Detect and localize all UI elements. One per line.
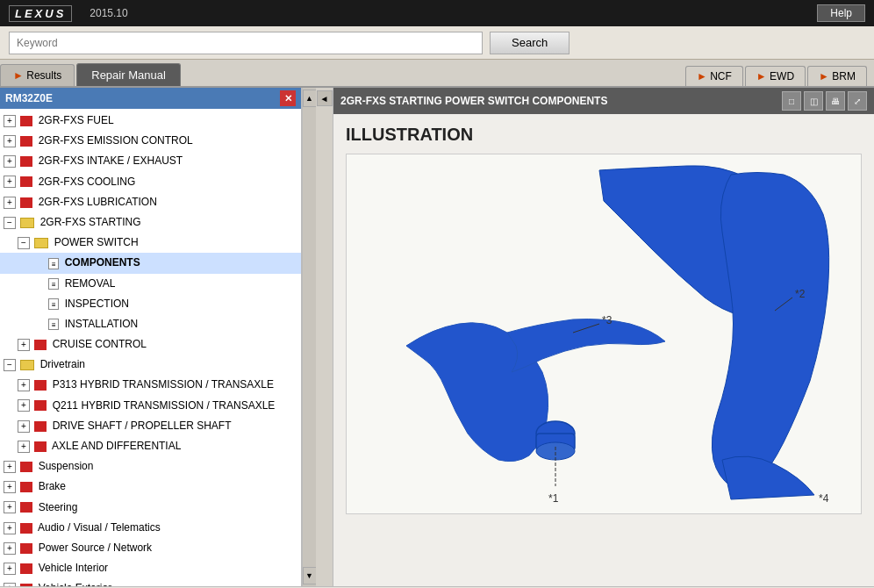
tree-item-p313[interactable]: + P313 HYBRID TRANSMISSION / TRANSAXLE: [0, 375, 301, 395]
version-label: 2015.10: [90, 7, 127, 19]
tree-item-brake[interactable]: + Brake: [0, 477, 301, 497]
toolbar-icon-1[interactable]: □: [782, 91, 801, 111]
content-panel: 2GR-FXS STARTING POWER SWITCH COMPONENTS…: [333, 88, 874, 586]
toolbar-icon-print[interactable]: 🖶: [826, 91, 845, 111]
tree-area: + 2GR-FXS FUEL + 2GR-FXS EMISSION CONTRO…: [0, 109, 301, 586]
tab-brm[interactable]: ► BRM: [807, 66, 867, 86]
tab-ncf[interactable]: ► NCF: [685, 66, 743, 86]
tree-item-installation[interactable]: ≡ INSTALLATION: [0, 314, 301, 334]
left-scroll-down-button[interactable]: ▼: [303, 567, 317, 584]
tree-item-power-switch[interactable]: − POWER SWITCH: [0, 233, 301, 253]
tree-item-starting[interactable]: − 2GR-FXS STARTING: [0, 212, 301, 233]
right-nav-arrow: ◄: [316, 88, 333, 586]
svg-text:*2: *2: [795, 288, 806, 300]
top-bar: LEXUS 2015.10 Help: [0, 0, 874, 26]
tree-item-vehicle-exterior[interactable]: + Vehicle Exterior: [0, 578, 301, 586]
tree-item-cruise[interactable]: + CRUISE CONTROL: [0, 334, 301, 355]
tree-item-lubrication[interactable]: + 2GR-FXS LUBRICATION: [0, 192, 301, 212]
parts-illustration: *1 *2 *3 *4: [354, 161, 854, 504]
tree-item-power-source[interactable]: + Power Source / Network: [0, 538, 301, 558]
tree-item-cooling[interactable]: + 2GR-FXS COOLING: [0, 172, 301, 192]
right-panel: ◄ 2GR-FXS STARTING POWER SWITCH COMPONEN…: [316, 88, 874, 586]
svg-text:*3: *3: [602, 314, 613, 326]
tab-ewd[interactable]: ► EWD: [745, 66, 806, 86]
search-button[interactable]: Search: [490, 32, 570, 54]
keyword-input[interactable]: [9, 32, 483, 54]
toolbar-icon-expand[interactable]: ⤢: [848, 91, 867, 111]
tree-item-fuel[interactable]: + 2GR-FXS FUEL: [0, 111, 301, 131]
left-panel: RM32Z0E ✕ + 2GR-FXS FUEL + 2GR-FXS EMISS…: [0, 88, 302, 586]
left-scroll-up-button[interactable]: ▲: [303, 90, 317, 107]
tree-item-vehicle-interior[interactable]: + Vehicle Interior: [0, 558, 301, 578]
toolbar-icon-2[interactable]: ◫: [804, 91, 823, 111]
tab-results[interactable]: ► Results: [0, 64, 75, 86]
svg-text:*1: *1: [548, 492, 559, 504]
help-button[interactable]: Help: [817, 4, 865, 22]
panel-close-button[interactable]: ✕: [280, 90, 296, 106]
tree-item-drivetrain[interactable]: − Drivetrain: [0, 355, 301, 375]
tree-item-audio[interactable]: + Audio / Visual / Telematics: [0, 518, 301, 538]
panel-header: RM32Z0E ✕: [0, 88, 301, 109]
tree-item-inspection[interactable]: ≡ INSPECTION: [0, 294, 301, 314]
svg-text:*4: *4: [819, 492, 829, 504]
illustration-title: ILLUSTRATION: [346, 125, 862, 145]
main-layout: RM32Z0E ✕ + 2GR-FXS FUEL + 2GR-FXS EMISS…: [0, 88, 874, 586]
tree-item-driveshaft[interactable]: + DRIVE SHAFT / PROPELLER SHAFT: [0, 416, 301, 436]
content-area: ILLUSTRATION: [333, 114, 874, 586]
tab-repair-manual[interactable]: Repair Manual: [76, 63, 181, 86]
tree-item-removal[interactable]: ≡ REMOVAL: [0, 274, 301, 294]
illustration-box: *1 *2 *3 *4: [346, 154, 862, 514]
content-toolbar: 2GR-FXS STARTING POWER SWITCH COMPONENTS…: [333, 88, 874, 114]
left-scroll-arrows: ▲ ▼: [302, 88, 316, 586]
tab-row: ► Results Repair Manual ► NCF ► EWD ► BR…: [0, 60, 874, 88]
search-bar: Search: [0, 26, 874, 60]
lexus-logo: LEXUS: [9, 5, 72, 22]
nav-left-button[interactable]: ◄: [317, 90, 333, 106]
tree-item-components[interactable]: ≡ COMPONENTS: [0, 253, 301, 273]
tree-item-emission[interactable]: + 2GR-FXS EMISSION CONTROL: [0, 131, 301, 151]
tree-item-q211[interactable]: + Q211 HYBRID TRANSMISSION / TRANSAXLE: [0, 396, 301, 416]
toolbar-icons: □ ◫ 🖶 ⤢: [782, 91, 867, 111]
tree-item-intake[interactable]: + 2GR-FXS INTAKE / EXHAUST: [0, 151, 301, 171]
tree-item-axle[interactable]: + AXLE AND DIFFERENTIAL: [0, 436, 301, 456]
tree-item-suspension[interactable]: + Suspension: [0, 456, 301, 477]
tree-item-steering[interactable]: + Steering: [0, 498, 301, 518]
